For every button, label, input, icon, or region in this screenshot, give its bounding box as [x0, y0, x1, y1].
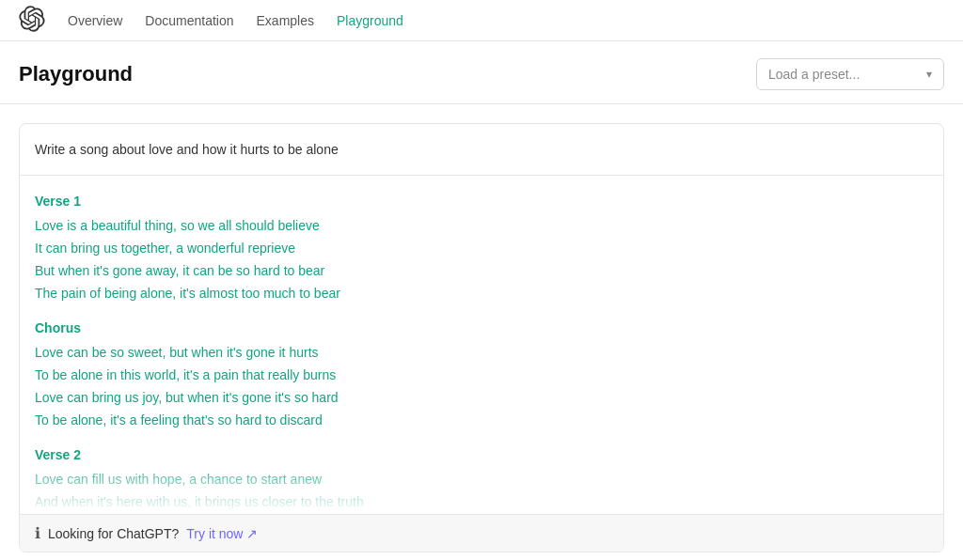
try-link-label: Try it now	[186, 526, 243, 541]
section-header: Chorus	[35, 318, 928, 340]
page-header: Playground Load a preset... ▾	[0, 41, 963, 104]
info-icon: ℹ	[35, 524, 40, 542]
chevron-down-icon: ▾	[926, 68, 932, 81]
section-body: Love can be so sweet, but when it's gone…	[35, 342, 928, 431]
nav-documentation[interactable]: Documentation	[145, 13, 233, 28]
response-area: Verse 1Love is a beautiful thing, so we …	[20, 176, 943, 514]
try-it-now-link[interactable]: Try it now ↗	[186, 526, 258, 541]
section-header: Verse 2	[35, 444, 928, 467]
section-body: Love is a beautiful thing, so we all sho…	[35, 215, 928, 304]
banner-text: Looking for ChatGPT?	[48, 526, 179, 541]
section-header: Verse 1	[35, 191, 928, 213]
top-nav: Overview Documentation Examples Playgrou…	[0, 0, 963, 41]
logo	[19, 6, 45, 35]
nav-overview[interactable]: Overview	[68, 13, 122, 28]
content-box: Write a song about love and how it hurts…	[19, 123, 944, 552]
chatgpt-banner: ℹ Looking for ChatGPT? Try it now ↗	[20, 514, 943, 552]
external-link-icon: ↗	[246, 526, 258, 541]
preset-placeholder: Load a preset...	[768, 67, 860, 82]
nav-playground[interactable]: Playground	[337, 13, 403, 28]
main-content: Write a song about love and how it hurts…	[0, 104, 963, 560]
preset-dropdown[interactable]: Load a preset... ▾	[756, 58, 944, 90]
section-body: Love can fill us with hope, a chance to …	[35, 469, 928, 514]
nav-links: Overview Documentation Examples Playgrou…	[68, 13, 403, 28]
page-title: Playground	[19, 62, 133, 86]
prompt-text[interactable]: Write a song about love and how it hurts…	[20, 124, 943, 176]
nav-examples[interactable]: Examples	[257, 13, 314, 28]
